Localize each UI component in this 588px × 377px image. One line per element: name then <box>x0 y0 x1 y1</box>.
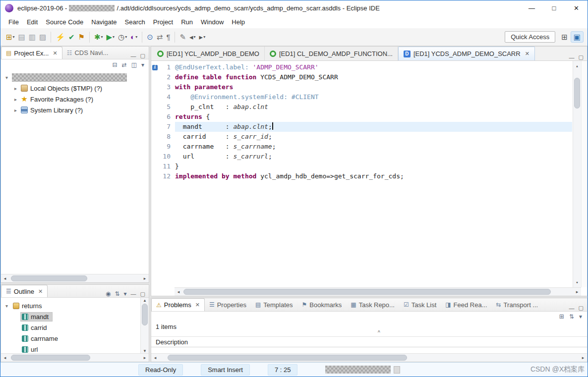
maximize-button[interactable]: □ <box>543 0 565 15</box>
code-line[interactable]: 5 p_clnt : abap.clnt <box>151 102 572 112</box>
scroll-track[interactable] <box>9 354 141 362</box>
minimize-view-icon[interactable]: — <box>569 54 575 60</box>
menu-item-navigate[interactable]: Navigate <box>87 17 120 27</box>
open-perspective-button[interactable]: ⊞ <box>559 32 570 42</box>
close-view-icon[interactable]: ✕ <box>53 50 57 56</box>
menu-item-run[interactable]: Run <box>177 17 197 27</box>
tab-problems[interactable]: ⚠Problems✕ <box>151 298 205 311</box>
code-line[interactable]: 3with parameters <box>151 82 572 92</box>
menu-item-search[interactable]: Search <box>121 17 149 27</box>
editor-tab-ed1-ycds-admp-demo-scarr[interactable]: D[ED1] YCDS_ADMP_DEMO_SCARR✕ <box>398 47 535 60</box>
menu-item-project[interactable]: Project <box>149 17 177 27</box>
tab-task-list[interactable]: ☑Task List <box>399 298 441 311</box>
menu-item-file[interactable]: File <box>4 17 23 27</box>
tree-item-favorite-packages[interactable]: ▸★Favorite Packages (?) <box>1 94 149 105</box>
collapsed-arrow-icon[interactable]: ▸ <box>13 86 18 91</box>
code-line[interactable]: 6returns { <box>151 112 572 122</box>
abap-perspective-button[interactable]: ▣ <box>571 31 584 43</box>
show-whitespace-button[interactable]: ¶ <box>165 32 172 42</box>
scroll-track[interactable] <box>9 274 141 282</box>
save-all-button[interactable]: ▥ <box>27 32 37 42</box>
menu-item-help[interactable]: Help <box>228 17 249 27</box>
scroll-right-icon[interactable]: ▸ <box>141 276 149 281</box>
scroll-left-icon[interactable]: ◂ <box>175 289 182 294</box>
tree-item-system-library[interactable]: ▸System Library (?) <box>1 105 149 115</box>
dropdown-arrow-icon[interactable]: ▾ <box>101 35 103 39</box>
close-view-icon[interactable]: ✕ <box>195 302 200 308</box>
scroll-thumb[interactable] <box>183 289 551 295</box>
filters-icon[interactable]: ⇅ <box>569 313 574 320</box>
code-line[interactable]: 10 url : s_carrurl; <box>151 152 572 162</box>
back-button[interactable]: ◂▾ <box>188 32 197 42</box>
dropdown-arrow-icon[interactable]: ▾ <box>203 35 205 39</box>
group-by-icon[interactable]: ⊞ <box>559 313 564 320</box>
code-line[interactable]: 9 carrname : s_carrname; <box>151 142 572 152</box>
view-menu-icon[interactable]: ▾ <box>124 290 127 297</box>
quick-access-button[interactable]: Quick Access <box>505 31 555 43</box>
dropdown-arrow-icon[interactable]: ▾ <box>125 35 127 39</box>
scroll-right-icon[interactable]: ▸ <box>579 355 587 360</box>
focus-icon[interactable]: ◫ <box>131 61 137 68</box>
collapsed-arrow-icon[interactable]: ▸ <box>13 97 18 102</box>
maximize-view-icon[interactable]: ▢ <box>579 54 584 60</box>
outline-item-url[interactable]: url <box>1 344 140 353</box>
minimize-button[interactable]: — <box>521 0 543 15</box>
focus-icon[interactable]: ◉ <box>106 290 111 297</box>
run-button[interactable]: ▶▾ <box>105 32 117 42</box>
dropdown-arrow-icon[interactable]: ▾ <box>113 35 115 39</box>
editor-hscrollbar[interactable]: ◂ ▸ <box>175 287 581 296</box>
maximize-view-icon[interactable]: ▢ <box>579 305 584 311</box>
expanded-arrow-icon[interactable]: ▾ <box>4 303 9 309</box>
view-menu-icon[interactable]: ▾ <box>579 313 582 320</box>
last-edit-location-button[interactable]: ✎ <box>178 32 187 42</box>
code-line[interactable]: 12implemented by method ycl_amdp_hdb_dem… <box>151 171 572 181</box>
new-wizard-button[interactable]: ⊞▾ <box>4 32 16 42</box>
expanded-arrow-icon[interactable]: ▾ <box>4 75 9 80</box>
menu-item-window[interactable]: Window <box>197 17 228 27</box>
problems-hscrollbar[interactable]: ◂ ▸ <box>151 353 587 362</box>
outline-hscrollbar[interactable]: ◂ ▸ <box>1 353 149 362</box>
activate-button[interactable]: ⚡ <box>54 32 66 42</box>
column-header-description[interactable]: Description <box>156 338 188 346</box>
activate-all-button[interactable]: ⚑ <box>76 32 86 42</box>
scroll-left-icon[interactable]: ◂ <box>151 355 159 360</box>
code-line[interactable]: 7 mandt : abap.clnt; <box>151 122 572 132</box>
tab-bookmarks[interactable]: ⚑Bookmarks <box>297 298 347 311</box>
link-with-editor-button[interactable]: ⇄ <box>155 32 165 42</box>
minimize-view-icon[interactable]: — <box>131 291 136 297</box>
tab-templates[interactable]: ▤Templates <box>251 298 297 311</box>
menu-item-edit[interactable]: Edit <box>23 17 42 27</box>
scroll-thumb[interactable] <box>11 355 90 361</box>
scroll-down-icon[interactable]: ▾ <box>141 348 149 353</box>
code-line[interactable]: 8 carrid : s_carr_id; <box>151 132 572 142</box>
scroll-right-icon[interactable]: ▸ <box>141 355 149 360</box>
tab-transport[interactable]: ⇆Transport ... <box>492 298 543 311</box>
minimize-view-icon[interactable]: — <box>569 305 575 311</box>
scroll-thumb[interactable] <box>142 304 148 325</box>
scroll-track[interactable] <box>573 71 581 277</box>
tree-item-redacted[interactable]: ▾ <box>1 72 149 83</box>
scroll-left-icon[interactable]: ◂ <box>1 355 9 360</box>
dropdown-arrow-icon[interactable]: ▾ <box>13 35 15 39</box>
code-line[interactable]: 4 @Environment.systemField: #CLIENT <box>151 92 572 102</box>
collapse-all-icon[interactable]: ⊟ <box>113 61 118 68</box>
scroll-right-icon[interactable]: ▸ <box>573 289 581 294</box>
tab-task-repo[interactable]: ▦Task Repo... <box>346 298 399 311</box>
coverage-button[interactable]: ◐▾ <box>129 32 139 42</box>
code-line[interactable]: 2define table function YCDS_ADMP_DEMO_SC… <box>151 72 572 82</box>
scroll-up-icon[interactable]: ▴ <box>141 298 149 303</box>
maximize-view-icon[interactable]: ▢ <box>140 291 145 297</box>
outline-item-mandt[interactable]: mandt <box>1 311 140 322</box>
editor-tab-ed1-cl-demo-amdp-function[interactable]: [ED1] CL_DEMO_AMDP_FUNCTION... <box>265 47 398 60</box>
column-resize-caret-icon[interactable]: ^ <box>378 330 380 335</box>
scroll-track[interactable] <box>141 303 149 348</box>
outline-vscrollbar[interactable]: ▴ ▾ <box>140 298 149 353</box>
scroll-up-icon[interactable]: ▴ <box>573 61 581 71</box>
scroll-track[interactable] <box>182 288 573 296</box>
editor-vscrollbar[interactable]: ▴ ▾ <box>573 61 581 287</box>
tab-cds-navi[interactable]: ☷CDS Navi... <box>62 47 113 59</box>
tab-project-ex[interactable]: ▤Project Ex...✕ <box>1 47 62 59</box>
collapsed-arrow-icon[interactable]: ▸ <box>13 108 18 113</box>
outline-item-returns[interactable]: ▾returns <box>1 300 140 311</box>
close-button[interactable]: ✕ <box>565 0 588 15</box>
